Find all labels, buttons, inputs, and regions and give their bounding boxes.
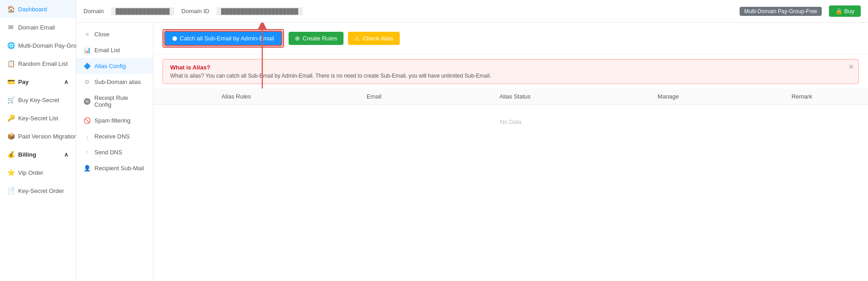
sidebar-item-random-email[interactable]: 📋 Random Email List <box>0 54 76 73</box>
action-bar-wrapper: Catch all Sub-Email by Admin-Email ⊕ Cre… <box>153 23 868 54</box>
domain-value: ██████████████ <box>111 7 174 15</box>
col-remark: Remark <box>736 89 868 105</box>
col-email: Email <box>319 89 429 105</box>
side-nav-receipt-rule[interactable]: 🔘 Receipt Rule Config <box>76 90 153 113</box>
content-area: ≡ Close 📊 Email List 🔷 Alias Config ⚙ Su… <box>76 23 868 281</box>
main-content: Domain ██████████████ Domain ID ████████… <box>76 0 868 281</box>
sidebar-item-pay[interactable]: 💳 Pay ∧ <box>0 73 76 91</box>
circle-icon <box>172 36 177 41</box>
domain-label: Domain <box>83 8 104 15</box>
vip-icon: ⭐ <box>7 169 15 176</box>
sidebar-item-buy-key[interactable]: 🛒 Buy Key-Secret <box>0 91 76 109</box>
chart-icon: 📊 <box>83 47 91 54</box>
sidebar-item-paid-migration[interactable]: 📦 Paid Version Migration <box>0 127 76 145</box>
sidebar-item-key-order[interactable]: 📄 Key-Secret Order <box>0 182 76 200</box>
banner-desc: What is alias? You can catch all Sub-Ema… <box>170 73 851 79</box>
sidebar-item-billing[interactable]: 💰 Billing ∧ <box>0 145 76 163</box>
side-nav-send-dns[interactable]: ↑ Send DNS <box>76 144 153 160</box>
multi-domain-icon: 🌐 <box>7 42 15 49</box>
side-nav-email-list[interactable]: 📊 Email List <box>76 42 153 58</box>
send-dns-icon: ↑ <box>83 149 91 156</box>
action-bar: Catch all Sub-Email by Admin-Email ⊕ Cre… <box>153 23 868 54</box>
col-alias-rules: Alias Rules <box>153 89 319 105</box>
warning-icon: ⚠ <box>354 35 360 42</box>
menu-icon: ≡ <box>83 31 91 38</box>
page-content: Catch all Sub-Email by Admin-Email ⊕ Cre… <box>153 23 868 281</box>
chevron-up-icon: ∧ <box>64 79 69 85</box>
side-nav-sub-domain[interactable]: ⚙ Sub-Domain alias <box>76 74 153 90</box>
buy-key-icon: 🛒 <box>7 96 15 104</box>
plus-circle-icon: ⊕ <box>295 35 300 42</box>
domain-id-value: ████████████████████ <box>216 7 303 15</box>
domain-email-icon: ✉ <box>7 24 15 31</box>
key-list-icon: 🔑 <box>7 114 15 122</box>
dashboard-icon: 🏠 <box>7 5 15 13</box>
sub-domain-icon: ⚙ <box>83 79 91 85</box>
create-rules-button[interactable]: ⊕ Create Rules <box>289 32 343 45</box>
sidebar-item-dashboard[interactable]: 🏠 Dashboard <box>0 0 76 18</box>
table-row-empty: No Data <box>153 105 868 139</box>
sidebar: 🏠 Dashboard ✉ Domain Email 🌐 Multi-Domai… <box>0 0 76 281</box>
billing-icon: 💰 <box>7 151 15 158</box>
catch-btn-highlight: Catch all Sub-Email by Admin-Email <box>162 29 284 48</box>
side-nav-receive-dns[interactable]: ↓ Receive DNS <box>76 128 153 144</box>
col-manage: Manage <box>601 89 736 105</box>
receive-dns-icon: ↓ <box>83 133 91 140</box>
side-nav-spam[interactable]: 🚫 Spam filtering <box>76 113 153 128</box>
catch-all-button[interactable]: Catch all Sub-Email by Admin-Email <box>164 31 282 46</box>
alias-icon: 🔷 <box>83 63 91 69</box>
version-badge: Multi-Domain Pay-Group-Free <box>740 7 822 16</box>
receipt-icon: 🔘 <box>83 98 91 105</box>
info-banner: What is Alias? What is alias? You can ca… <box>162 59 859 84</box>
check-alias-button[interactable]: ⚠ Check Alias <box>348 32 400 45</box>
migration-icon: 📦 <box>7 133 15 140</box>
sidebar-item-multi-domain[interactable]: 🌐 Multi-Domain Pay-Group <box>0 36 76 54</box>
col-alias-status: Alias Status <box>429 89 601 105</box>
sidebar-item-vip-order[interactable]: ⭐ Vip Order <box>0 163 76 182</box>
spam-icon: 🚫 <box>83 117 91 124</box>
pay-icon: 💳 <box>7 78 15 85</box>
domain-id-label: Domain ID <box>181 8 209 15</box>
topbar: Domain ██████████████ Domain ID ████████… <box>76 0 868 23</box>
chevron-up-billing-icon: ∧ <box>64 151 69 158</box>
buy-button[interactable]: 🔒 Buy <box>829 5 861 17</box>
key-order-icon: 📄 <box>7 187 15 194</box>
banner-close-button[interactable]: ✕ <box>848 63 854 70</box>
sidebar-item-key-list[interactable]: 🔑 Key-Secret List <box>0 109 76 127</box>
recipient-icon: 👤 <box>83 165 91 172</box>
side-nav-close[interactable]: ≡ Close <box>76 26 153 42</box>
side-nav: ≡ Close 📊 Email List 🔷 Alias Config ⚙ Su… <box>76 23 153 281</box>
sidebar-item-domain-email[interactable]: ✉ Domain Email <box>0 18 76 36</box>
banner-title: What is Alias? <box>170 64 851 71</box>
no-data-cell: No Data <box>153 105 868 139</box>
alias-table: Alias Rules Email Alias Status Manage Re… <box>153 89 868 139</box>
random-email-icon: 📋 <box>7 60 15 67</box>
side-nav-recipient[interactable]: 👤 Recipient Sub-Mail <box>76 160 153 176</box>
side-nav-alias-config[interactable]: 🔷 Alias Config <box>76 58 153 74</box>
